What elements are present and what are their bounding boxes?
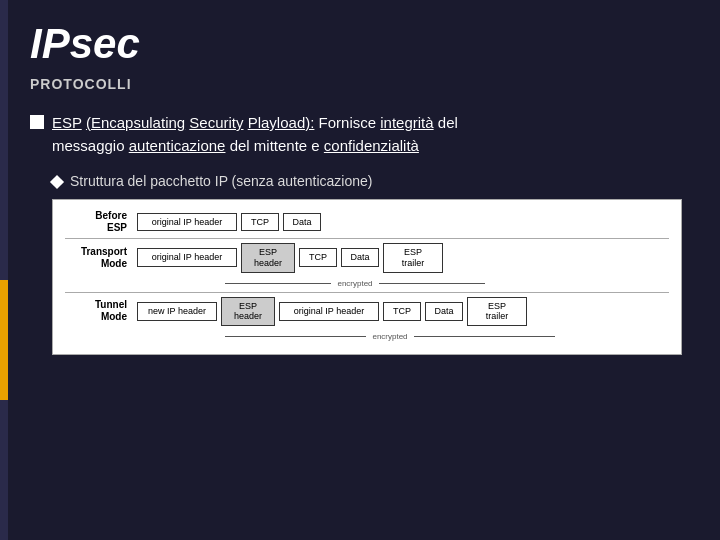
diagram-row-transport: TransportMode original IP header ESPhead… — [65, 243, 669, 288]
cell-data-2: Data — [341, 248, 379, 267]
diagram-box: BeforeESP original IP header TCP Data Tr… — [52, 199, 682, 355]
sub-bullet-icon — [50, 175, 64, 189]
bracket-line-left-2 — [225, 336, 366, 337]
cell-esp-header-2: ESPheader — [221, 297, 275, 327]
main-bullet-item: ESP (Encapsulating Security Playload): F… — [30, 112, 700, 157]
esp-description: Fornisce — [319, 114, 381, 131]
row-label-transport: TransportMode — [65, 246, 133, 270]
cell-new-ip-header: new IP header — [137, 302, 217, 321]
page-title: IPsec — [30, 20, 700, 68]
row-label-before: BeforeESP — [65, 210, 133, 234]
cell-esp-trailer-1: ESPtrailer — [383, 243, 443, 273]
main-content: IPsec PROTOCOLLI ESP (Encapsulating Secu… — [30, 20, 700, 520]
bracket-line-right-2 — [414, 336, 555, 337]
encrypted-label-1: encrypted — [331, 279, 378, 288]
left-bar — [0, 0, 8, 540]
accent-bar — [0, 280, 8, 400]
bracket-line-right-1 — [379, 283, 485, 284]
transport-cells: TransportMode original IP header ESPhead… — [65, 243, 669, 273]
cell-esp-trailer-2: ESPtrailer — [467, 297, 527, 327]
cell-data-3: Data — [425, 302, 463, 321]
cell-tcp-1: TCP — [241, 213, 279, 232]
main-bullet-text: ESP (Encapsulating Security Playload): F… — [52, 112, 458, 157]
esp-desc3: del mittente e — [230, 137, 324, 154]
confidentiality-text: confidenzialità — [324, 137, 419, 154]
row-label-tunnel: TunnelMode — [65, 299, 133, 323]
esp-full-label: (Encapsulating Security Playload): — [86, 114, 314, 131]
tunnel-cells: TunnelMode new IP header ESPheader origi… — [65, 297, 669, 327]
auth-text: autenticazione — [129, 137, 226, 154]
cell-data-1: Data — [283, 213, 321, 232]
esp-keyword: ESP — [52, 114, 82, 131]
cell-orig-ip-2: original IP header — [137, 248, 237, 267]
encrypted-label-2: encrypted — [366, 332, 413, 341]
encrypted-bracket-1: encrypted — [139, 279, 669, 288]
integrity-text: integrità — [380, 114, 433, 131]
sub-bullet-item: Struttura del pacchetto IP (senza autent… — [52, 173, 700, 189]
diagram-row-tunnel: TunnelMode new IP header ESPheader origi… — [65, 297, 669, 342]
cell-tcp-3: TCP — [383, 302, 421, 321]
bracket-line-left-1 — [225, 283, 331, 284]
page-subtitle: PROTOCOLLI — [30, 76, 700, 92]
divider-2 — [65, 292, 669, 293]
divider-1 — [65, 238, 669, 239]
cell-esp-header-1: ESPheader — [241, 243, 295, 273]
sub-bullet-text: Struttura del pacchetto IP (senza autent… — [70, 173, 372, 189]
cell-orig-ip-1: original IP header — [137, 213, 237, 232]
encrypted-bracket-2: encrypted — [139, 332, 669, 341]
diagram-row-before-esp: BeforeESP original IP header TCP Data — [65, 210, 669, 234]
cell-orig-ip-3: original IP header — [279, 302, 379, 321]
bullet-icon — [30, 115, 44, 129]
cell-tcp-2: TCP — [299, 248, 337, 267]
